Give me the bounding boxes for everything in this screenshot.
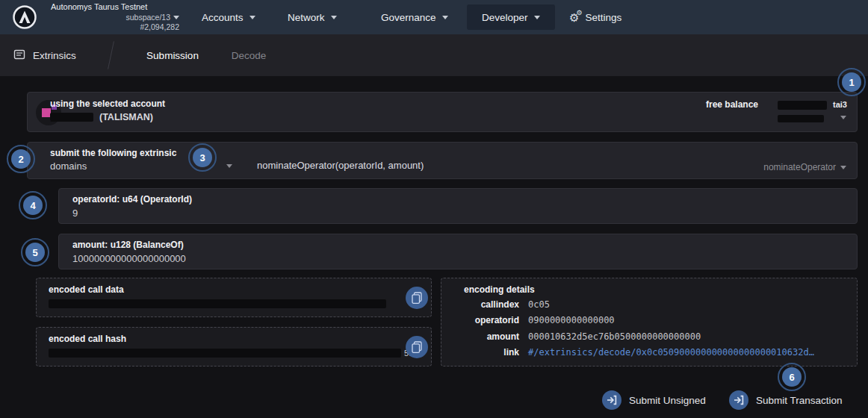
annotation-badge-3: 3 (193, 148, 212, 167)
submit-unsigned-label: Submit Unsigned (629, 395, 706, 406)
free-balance-value-redacted (778, 101, 827, 110)
section-extrinsics: Extrinsics (13, 34, 76, 76)
secondary-balance-redacted (778, 115, 824, 122)
param-amount-value[interactable]: 100000000000000000000 (72, 253, 186, 264)
free-balance-label: free balance (706, 99, 758, 110)
annotation-badge-6: 6 (782, 367, 802, 387)
sign-in-icon (602, 390, 621, 410)
annotation-badge-1: 1 (842, 72, 861, 92)
submit-transaction-label: Submit Transaction (756, 395, 843, 406)
encoded-call-data-box: encoded call data (36, 278, 432, 317)
chevron-down-icon (534, 16, 540, 19)
param-operatorid-field[interactable]: operatorId: u64 (OperatorId) 9 (58, 188, 858, 224)
nav-settings-label: Settings (585, 12, 621, 23)
top-nav-bar: Autonomys Taurus Testnet subspace/13 #2,… (0, 0, 868, 34)
param-amount-field[interactable]: amount: u128 (BalanceOf) 100000000000000… (58, 234, 858, 269)
submit-unsigned-button[interactable]: Submit Unsigned (602, 390, 706, 410)
tab-divider (108, 41, 114, 69)
pallet-dropdown[interactable]: domains (50, 160, 87, 172)
autonomys-logo-icon[interactable] (13, 5, 37, 29)
callindex-value: 0c05 (528, 299, 550, 310)
chevron-down-icon (331, 16, 337, 19)
nav-governance-label: Governance (381, 12, 436, 23)
extrinsic-selector: submit the following extrinsic domains n… (27, 142, 858, 179)
section-extrinsics-label: Extrinsics (33, 50, 76, 61)
method-dropdown-label: nominateOperator (763, 162, 836, 172)
param-amount-label: amount: u128 (BalanceOf) (72, 240, 184, 250)
param-operatorid-value[interactable]: 9 (72, 208, 78, 219)
copy-icon (412, 341, 422, 353)
encoded-call-data-redacted (49, 299, 386, 308)
amount-value: 000010632d5ec76b0500000000000000 (528, 331, 701, 342)
block-number[interactable]: #2,094,282 (140, 22, 179, 32)
tab-submission[interactable]: Submission (139, 34, 206, 76)
nav-developer[interactable]: Developer (467, 4, 555, 30)
encoded-call-hash-redacted (49, 349, 401, 358)
decode-link[interactable]: #/extrinsics/decode/0x0c0509000000000000… (528, 347, 814, 358)
method-dropdown-caret-icon (840, 166, 846, 169)
nav-governance[interactable]: Governance (372, 0, 457, 34)
encoding-row-amount: amount 000010632d5ec76b0500000000000000 (441, 331, 857, 345)
balance-unit: tai3 (833, 100, 847, 109)
nav-settings[interactable]: ⚙⚙ Settings (560, 0, 630, 34)
encoded-call-hash-box: encoded call hash 5… (36, 327, 432, 366)
chevron-down-icon (173, 16, 179, 19)
callindex-label: callindex (453, 299, 519, 310)
account-dropdown-caret-icon[interactable] (840, 116, 846, 119)
brand-block: Autonomys Taurus Testnet subspace/13 #2,… (51, 2, 179, 32)
nav-network-label: Network (288, 12, 325, 23)
annotation-badge-4: 4 (23, 196, 43, 215)
copy-call-hash-button[interactable] (406, 336, 428, 358)
encoded-call-data-label: encoded call data (49, 284, 124, 295)
gears-icon: ⚙⚙ (569, 12, 579, 23)
account-source-suffix: (TALISMAN) (99, 112, 153, 122)
nav-developer-label: Developer (482, 12, 528, 23)
param-operatorid-label: operatorId: u64 (OperatorId) (72, 194, 192, 205)
sign-in-icon (729, 390, 748, 410)
amount-label: amount (453, 331, 519, 342)
extrinsic-selector-label: submit the following extrinsic (50, 148, 176, 158)
encoding-row-callindex: callindex 0c05 (441, 299, 857, 313)
encoding-row-operatorid: operatorid 0900000000000000 (441, 315, 857, 328)
copy-call-data-button[interactable] (406, 287, 428, 309)
nav-accounts-label: Accounts (202, 12, 244, 23)
tab-submission-label: Submission (146, 50, 199, 61)
account-selector-label: using the selected account (50, 99, 165, 109)
nav-accounts[interactable]: Accounts (193, 0, 264, 34)
account-name: (TALISMAN) (50, 112, 153, 122)
account-name-redacted (50, 113, 93, 122)
network-title: Autonomys Taurus Testnet (51, 2, 179, 13)
encoding-details-box: encoding details callindex 0c05 operator… (441, 278, 858, 366)
annotation-badge-2: 2 (11, 149, 31, 169)
chain-label: subspace/13 (125, 13, 170, 22)
submit-transaction-button[interactable]: Submit Transaction (729, 390, 843, 410)
app-window: Autonomys Taurus Testnet subspace/13 #2,… (0, 0, 868, 418)
tab-decode-label: Decode (232, 50, 267, 61)
link-label: link (453, 347, 519, 358)
encoded-call-hash-label: encoded call hash (49, 334, 126, 344)
annotation-badge-5: 5 (25, 243, 45, 262)
encoding-details-title: encoding details (464, 284, 535, 295)
chevron-down-icon (249, 16, 255, 19)
chevron-down-icon (442, 16, 448, 19)
method-dropdown[interactable]: nominateOperator (763, 162, 846, 172)
account-selector[interactable]: using the selected account (TALISMAN) fr… (27, 92, 858, 132)
encoding-row-link: link #/extrinsics/decode/0x0c05090000000… (441, 347, 857, 361)
extrinsics-icon (13, 49, 25, 63)
copy-icon (412, 292, 422, 304)
nav-network[interactable]: Network (279, 0, 346, 34)
operatorid-value: 0900000000000000 (528, 315, 615, 325)
call-signature: nominateOperator(operatorId, amount) (257, 160, 424, 171)
pallet-dropdown-caret-icon[interactable] (226, 164, 232, 168)
tab-bar: Extrinsics Submission Decode (0, 34, 868, 76)
tab-decode[interactable]: Decode (221, 34, 276, 76)
chain-selector[interactable]: subspace/13 (125, 13, 179, 22)
operatorid-label: operatorid (453, 315, 519, 325)
